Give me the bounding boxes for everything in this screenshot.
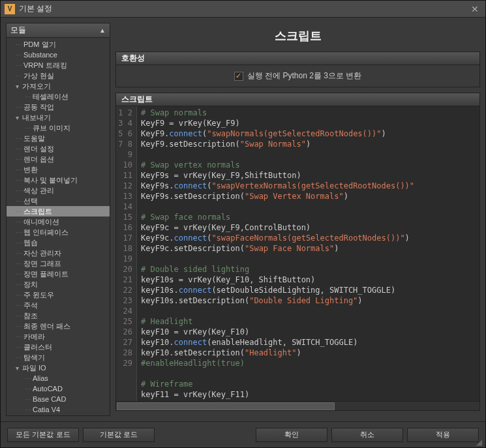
tree-item-label: 애니메이션	[23, 217, 59, 227]
tree-item[interactable]: ⋯공동 작업	[7, 102, 110, 112]
code-editor[interactable]: 1 2 3 4 5 6 7 8 9 10 11 12 13 14 15 16 1…	[116, 106, 479, 401]
tree-leaf-icon: ⋯	[16, 187, 22, 194]
tree-leaf-icon: ⋯	[25, 125, 31, 132]
resize-grip-icon[interactable]: ◢	[476, 438, 484, 446]
scrollbar-thumb[interactable]	[117, 402, 335, 410]
tree-item[interactable]: ⋯Catia V4	[7, 404, 110, 415]
tree-leaf-icon: ⋯	[16, 52, 22, 59]
tree-item[interactable]: ⋯Alias	[7, 373, 110, 383]
tree-leaf-icon: ⋯	[25, 385, 31, 393]
tree-item[interactable]: ⋯카메라	[7, 331, 110, 342]
tree-item[interactable]: ⋯색상 관리	[7, 185, 110, 196]
tree-item[interactable]: ⋯주 윈도우	[7, 290, 110, 300]
footer: 모든 기본값 로드 기본값 로드 확인 취소 적용 ◢	[1, 421, 485, 447]
tree-item-label: Substance	[23, 51, 57, 59]
compat-section: 호환성 ✓ 실행 전에 Python 2를 3으로 변환	[115, 52, 480, 87]
tree-leaf-icon: ⋯	[16, 323, 22, 330]
python-convert-row[interactable]: ✓ 실행 전에 Python 2를 3으로 변환	[121, 70, 474, 82]
tree-item[interactable]: ⋯변환	[7, 164, 110, 175]
tree-item-label: 변환	[23, 165, 38, 175]
tree-leaf-icon: ⋯	[16, 344, 22, 351]
tree-item-label: 웹 인터페이스	[23, 228, 68, 237]
tree-item-label: 공동 작업	[23, 102, 54, 112]
tree-item[interactable]: ⋯참조	[7, 310, 110, 321]
tree-leaf-icon: ⋯	[16, 281, 22, 288]
titlebar[interactable]: V 기본 설정 ✕	[1, 1, 485, 18]
tree-item[interactable]: ⋯웹숍	[7, 237, 110, 248]
tree-leaf-icon: ⋯	[16, 177, 22, 184]
tree-item-label: 장면 플레이트	[23, 269, 68, 279]
window-body: 모듈 ▲ ⋯PDM 열기⋯Substance⋯VRPN 트래킹⋯가상 현실▾가져…	[1, 18, 485, 421]
tree-item[interactable]: ⋯Catia V5	[7, 415, 110, 415]
chevron-up-icon[interactable]: ▲	[99, 27, 106, 34]
tree-item[interactable]: ⋯선택	[7, 196, 110, 206]
tree-item[interactable]: ⋯가상 현실	[7, 70, 110, 81]
close-icon[interactable]: ✕	[468, 3, 481, 16]
collapse-icon[interactable]: ▾	[16, 83, 22, 90]
tree-item-label: PDM 열기	[23, 40, 56, 50]
tree-item-label: 최종 렌더 패스	[23, 321, 70, 331]
tree-item-label: 렌더 옵션	[23, 155, 54, 164]
tree-leaf-icon: ⋯	[16, 260, 22, 267]
cancel-button[interactable]: 취소	[331, 428, 403, 442]
tree-item[interactable]: ⋯도움말	[7, 133, 110, 143]
tree-leaf-icon: ⋯	[16, 239, 22, 246]
code-content[interactable]: # Swap normals KeyF9 = vrKey(Key_F9) Key…	[137, 106, 479, 401]
preferences-window: V 기본 설정 ✕ 모듈 ▲ ⋯PDM 열기⋯Substance⋯VRPN 트래…	[0, 0, 486, 448]
tree-item[interactable]: ⋯복사 및 붙여넣기	[7, 175, 110, 185]
tree-item[interactable]: ⋯자산 관리자	[7, 248, 110, 258]
tree-item-label: 카메라	[23, 332, 45, 342]
tree-item[interactable]: ⋯큐브 이미지	[7, 123, 110, 133]
tree-leaf-icon: ⋯	[25, 93, 31, 100]
tree-item-label: 테셀레이션	[33, 92, 68, 102]
tree-item[interactable]: ⋯AutoCAD	[7, 383, 110, 394]
tree-leaf-icon: ⋯	[16, 250, 22, 257]
tree-item[interactable]: ⋯클러스터	[7, 342, 110, 352]
tree-item[interactable]: ⋯장면 그래프	[7, 258, 110, 269]
tree-item-label: Base CAD	[33, 395, 66, 403]
sidebar-header-label: 모듈	[10, 25, 99, 36]
tree-item[interactable]: ⋯렌더 옵션	[7, 154, 110, 164]
tree-item[interactable]: ⋯Base CAD	[7, 394, 110, 404]
tree-item-label: 큐브 이미지	[33, 123, 70, 133]
horizontal-scrollbar[interactable]	[116, 401, 479, 410]
tree-item-label: 스크립트	[23, 207, 52, 217]
tree-item[interactable]: ▾파일 IO	[7, 363, 110, 373]
tree-item[interactable]: ⋯Substance	[7, 50, 110, 60]
tree-item[interactable]: ⋯렌더 설정	[7, 143, 110, 154]
tree-item-label: Alias	[33, 374, 48, 382]
tree-item[interactable]: ⋯애니메이션	[7, 217, 110, 227]
tree-leaf-icon: ⋯	[16, 135, 22, 142]
sidebar-header[interactable]: 모듈 ▲	[7, 23, 110, 38]
tree-item[interactable]: ⋯PDM 열기	[7, 39, 110, 50]
tree-item[interactable]: ⋯최종 렌더 패스	[7, 321, 110, 331]
tree-leaf-icon: ⋯	[16, 72, 22, 80]
tree-item[interactable]: ⋯테셀레이션	[7, 91, 110, 102]
tree-item[interactable]: ▾가져오기	[7, 81, 110, 91]
apply-button[interactable]: 적용	[407, 428, 479, 442]
tree-leaf-icon: ⋯	[16, 218, 22, 226]
tree-item[interactable]: ⋯탐색기	[7, 352, 110, 363]
tree-item[interactable]: ⋯주석	[7, 300, 110, 310]
tree-item[interactable]: ⋯스크립트	[7, 206, 110, 217]
tree-item[interactable]: ▾내보내기	[7, 112, 110, 123]
module-tree[interactable]: ⋯PDM 열기⋯Substance⋯VRPN 트래킹⋯가상 현실▾가져오기⋯테셀…	[7, 38, 110, 415]
tree-item[interactable]: ⋯웹 인터페이스	[7, 227, 110, 237]
tree-item[interactable]: ⋯장치	[7, 279, 110, 290]
tree-leaf-icon: ⋯	[25, 406, 31, 413]
tree-item-label: 렌더 설정	[23, 144, 54, 154]
load-defaults-button[interactable]: 기본값 로드	[83, 428, 155, 442]
collapse-icon[interactable]: ▾	[16, 365, 22, 372]
tree-item-label: 주석	[23, 301, 38, 310]
tree-leaf-icon: ⋯	[16, 229, 22, 236]
tree-item[interactable]: ⋯장면 플레이트	[7, 269, 110, 279]
ok-button[interactable]: 확인	[256, 428, 327, 442]
tree-item-label: VRPN 트래킹	[23, 61, 67, 70]
tree-item[interactable]: ⋯VRPN 트래킹	[7, 60, 110, 70]
load-all-defaults-button[interactable]: 모든 기본값 로드	[7, 428, 79, 442]
collapse-icon[interactable]: ▾	[16, 114, 22, 121]
tree-item-label: 내보내기	[22, 113, 51, 123]
tree-leaf-icon: ⋯	[25, 396, 31, 403]
checkbox-checked-icon[interactable]: ✓	[234, 72, 243, 81]
tree-leaf-icon: ⋯	[16, 333, 22, 340]
